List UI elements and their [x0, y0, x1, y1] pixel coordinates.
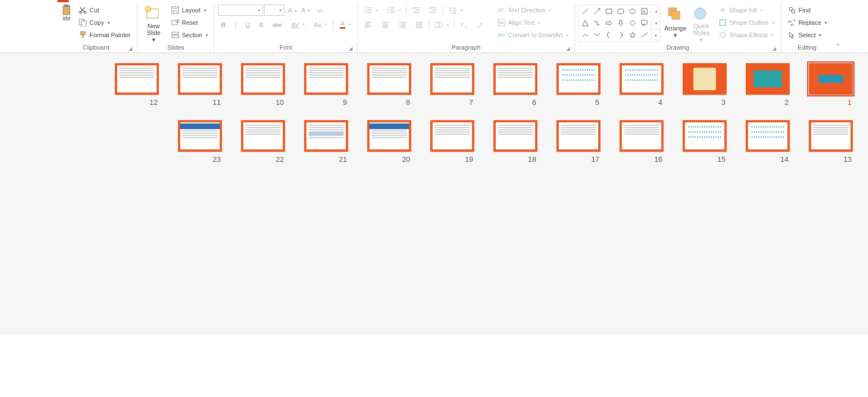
layout-button[interactable]: Layout▾: [168, 5, 211, 16]
shape-line-icon[interactable]: [580, 6, 591, 17]
shape-elbow-icon[interactable]: [591, 17, 603, 29]
slide-thumbnail[interactable]: 23: [160, 120, 222, 164]
ltr-button[interactable]: ¶: [457, 19, 471, 30]
slide-thumbnail[interactable]: 1: [791, 63, 853, 107]
slide-thumbnail[interactable]: 8: [349, 63, 411, 107]
slide-thumbnail[interactable]: 4: [602, 63, 664, 107]
format-painter-button[interactable]: Format Painter: [75, 29, 133, 41]
paste-button[interactable]: ste: [59, 5, 74, 42]
replace-button[interactable]: abac Replace▾: [785, 17, 830, 28]
clear-formatting-button[interactable]: [313, 5, 327, 16]
numbering-button[interactable]: 123▾: [384, 5, 404, 16]
shape-textbox-icon[interactable]: A: [639, 6, 650, 17]
shape-arrow-down-icon[interactable]: [615, 17, 626, 29]
shapes-gallery[interactable]: A: [578, 5, 651, 42]
section-button[interactable]: Section▾: [168, 29, 211, 41]
columns-button[interactable]: ▾: [431, 19, 452, 30]
change-case-button[interactable]: Aa▾: [311, 20, 330, 29]
svg-text:ac: ac: [790, 23, 794, 27]
shape-arc-icon[interactable]: [591, 29, 603, 41]
cut-button[interactable]: Cut: [75, 5, 133, 16]
svg-rect-11: [173, 8, 177, 9]
font-name-combo[interactable]: ▾: [218, 5, 263, 16]
italic-button[interactable]: I: [232, 20, 239, 29]
slide-thumbnail[interactable]: 16: [602, 120, 664, 164]
slide-thumbnail[interactable]: 5: [538, 63, 600, 107]
font-color-button[interactable]: A▾: [337, 19, 353, 30]
shape-curve-icon[interactable]: [580, 29, 591, 41]
slide-thumbnail[interactable]: 13: [791, 120, 853, 164]
dialog-launcher-icon[interactable]: ◢: [566, 46, 570, 51]
slide-thumbnail[interactable]: 18: [475, 120, 537, 164]
svg-rect-43: [382, 22, 389, 23]
decrease-indent-button[interactable]: [409, 5, 424, 16]
shape-fill-button[interactable]: Shape Fill▾: [715, 5, 777, 16]
align-left-button[interactable]: [361, 19, 376, 30]
underline-button[interactable]: U: [243, 20, 253, 29]
slide-thumbnail[interactable]: 19: [412, 120, 474, 164]
slide-thumbnail[interactable]: 7: [412, 63, 474, 107]
text-direction-button[interactable]: A Text Direction▾: [494, 5, 571, 16]
text-shadow-button[interactable]: S: [256, 20, 266, 29]
dialog-launcher-icon[interactable]: ◢: [772, 46, 776, 51]
shape-lbrace-icon[interactable]: [603, 29, 615, 41]
shape-callout-icon[interactable]: [639, 17, 650, 29]
font-size-combo[interactable]: ▾: [264, 5, 284, 16]
shape-rounded-rect-icon[interactable]: [615, 6, 626, 17]
slide-thumbnail[interactable]: 14: [728, 120, 790, 164]
select-button[interactable]: Select▾: [785, 29, 830, 41]
slide-thumbnail[interactable]: 11: [160, 63, 222, 107]
slide-thumbnail[interactable]: 9: [286, 63, 348, 107]
svg-rect-64: [501, 33, 503, 37]
justify-button[interactable]: [412, 19, 426, 30]
shape-triangle-icon[interactable]: [580, 17, 591, 29]
slide-thumbnail[interactable]: 17: [538, 120, 600, 164]
grow-font-button[interactable]: A▴: [286, 5, 299, 16]
slide-thumbnail[interactable]: 22: [223, 120, 285, 164]
scroll-up-icon[interactable]: ▴: [652, 5, 660, 17]
find-button[interactable]: Find: [785, 5, 830, 16]
slide-thumbnail[interactable]: 2: [728, 63, 790, 107]
shape-rbrace-icon[interactable]: [615, 29, 626, 41]
char-spacing-button[interactable]: AV▾: [288, 20, 308, 29]
line-spacing-button[interactable]: ▾: [446, 5, 466, 16]
slide-thumbnail[interactable]: 12: [97, 63, 159, 107]
dialog-launcher-icon[interactable]: ◢: [349, 46, 353, 51]
slide-sorter-pane[interactable]: 1234567891011121314151617181920212223: [0, 53, 868, 335]
shape-rectangle-icon[interactable]: [603, 6, 615, 17]
slide-thumbnail[interactable]: 20: [349, 120, 411, 164]
shape-oval-icon[interactable]: [627, 6, 638, 17]
align-text-button[interactable]: Align Text▾: [494, 17, 571, 28]
strikethrough-button[interactable]: abc: [269, 20, 285, 29]
shape-effects-button[interactable]: Shape Effects▾: [715, 29, 777, 41]
bullets-button[interactable]: ▾: [361, 5, 381, 16]
slide-thumbnail[interactable]: 10: [223, 63, 285, 107]
scroll-down-icon[interactable]: ▾: [652, 17, 660, 30]
increase-indent-button[interactable]: [426, 5, 440, 16]
align-right-button[interactable]: [395, 19, 409, 30]
shape-star-icon[interactable]: [627, 29, 638, 41]
collapse-ribbon-button[interactable]: ⌃: [833, 2, 843, 52]
gallery-scroll[interactable]: ▴▾▸: [652, 5, 660, 42]
align-center-button[interactable]: [378, 19, 393, 30]
copy-button[interactable]: Copy▾: [75, 17, 133, 28]
new-slide-button[interactable]: New Slide▾: [141, 5, 167, 42]
shape-outline-button[interactable]: Shape Outline▾: [715, 17, 777, 28]
slide-thumbnail[interactable]: 6: [475, 63, 537, 107]
quick-styles-button[interactable]: Quick Styles▾: [688, 5, 714, 42]
gallery-expand-icon[interactable]: ▸: [652, 29, 660, 41]
shape-line-arrow-icon[interactable]: [591, 6, 603, 17]
shrink-font-button[interactable]: A▾: [300, 6, 311, 15]
shape-connector-icon[interactable]: [639, 29, 650, 41]
slide-thumbnail[interactable]: 15: [665, 120, 727, 164]
slide-thumbnail[interactable]: 21: [286, 120, 348, 164]
shape-arrow-right-icon[interactable]: [603, 17, 615, 29]
shape-diamond-icon[interactable]: [627, 17, 638, 29]
rtl-button[interactable]: ¶: [474, 19, 488, 30]
convert-smartart-button[interactable]: Convert to SmartArt▾: [494, 29, 571, 41]
bold-button[interactable]: B: [218, 20, 228, 29]
reset-button[interactable]: Reset: [168, 17, 211, 28]
arrange-button[interactable]: Arrange▾: [662, 5, 688, 42]
slide-thumbnail[interactable]: 3: [665, 63, 727, 107]
dialog-launcher-icon[interactable]: ◢: [128, 46, 132, 51]
